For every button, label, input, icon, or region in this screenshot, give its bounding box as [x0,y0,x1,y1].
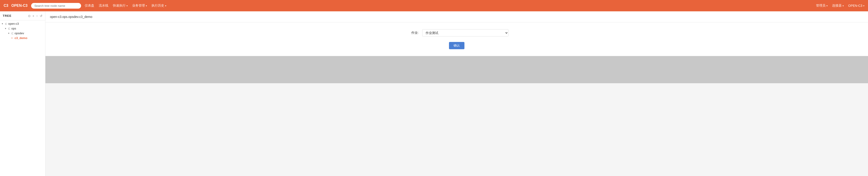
sidebar-header: TREE ⊙ + − ↺ [0,11,45,21]
chevron-down-icon: ▾ [165,4,166,7]
content-panel: open-c3.ops.opsdev.c3_demo 作业: 作业测试 确认 [45,11,868,56]
sidebar: TREE ⊙ + − ↺ ▾ ⊏ open-c3 ▾ ⊏ ops [0,11,45,176]
nav-biz-mgmt[interactable]: 业务管理 ▾ [132,4,147,8]
logo-icon: C3 [4,3,10,8]
sidebar-actions: ⊙ + − ↺ [28,14,42,18]
gray-area [45,56,868,83]
folder-open-icon: ⊏ [5,22,7,25]
chevron-down-icon: ▾ [863,4,864,7]
tree-toggle-icon: ▾ [5,27,8,30]
locate-button[interactable]: ⊙ [28,14,31,18]
chevron-down-icon: ▾ [126,4,128,7]
form-actions: 确认 [50,42,864,49]
tree-node-open-c3[interactable]: ▾ ⊏ open-c3 [0,21,45,26]
job-select[interactable]: 作业测试 [422,29,508,37]
content-breadcrumb: open-c3.ops.opsdev.c3_demo [45,11,868,23]
chevron-down-icon: ▾ [146,4,147,7]
add-button[interactable]: + [32,14,34,18]
tree-node-opsdev[interactable]: ▾ ⊏ opsdev [0,31,45,36]
tree-node-ops[interactable]: ▾ ⊏ ops [0,26,45,31]
main-content: open-c3.ops.opsdev.c3_demo 作业: 作业测试 确认 [45,11,868,176]
tree-toggle-icon: ≡ [11,37,14,39]
chevron-down-icon: ▾ [827,4,828,7]
nav-pipeline[interactable]: 流水线 [99,4,108,8]
svg-text:C3: C3 [4,4,8,7]
confirm-button[interactable]: 确认 [449,42,464,49]
tree-container: ▾ ⊏ open-c3 ▾ ⊏ ops ▾ ⊏ opsdev ≡ c3_demo [0,21,45,41]
nav-quick-exec[interactable]: 快速执行 ▾ [113,4,128,8]
nav-exec-history[interactable]: 执行历史 ▾ [152,4,166,8]
content-body: 作业: 作业测试 确认 [45,23,868,56]
remove-button[interactable]: − [36,14,38,18]
admin-menu[interactable]: 管理员 ▾ [816,4,828,8]
tree-node-c3demo[interactable]: ≡ c3_demo [0,36,45,40]
search-input[interactable] [31,3,81,9]
form-row-job: 作业: 作业测试 [50,29,864,37]
app-header: C3 OPEN-C3 仪表盘 流水线 快速执行 ▾ 业务管理 ▾ 执行历史 ▾ … [0,0,868,11]
app-layout: TREE ⊙ + − ↺ ▾ ⊏ open-c3 ▾ ⊏ ops [0,11,868,176]
logo-text: OPEN-C3 [11,4,28,8]
sidebar-title: TREE [3,14,26,17]
folder-open-icon: ⊏ [11,32,13,35]
header-right: 管理员 ▾ 连接器 ▾ OPEN-C3 ▾ [816,4,864,8]
open-c3-menu[interactable]: OPEN-C3 ▾ [848,4,864,7]
main-nav: 仪表盘 流水线 快速执行 ▾ 业务管理 ▾ 执行历史 ▾ [85,4,812,8]
refresh-button[interactable]: ↺ [40,14,42,18]
logo: C3 OPEN-C3 [4,3,28,8]
chevron-down-icon: ▾ [843,4,844,7]
folder-open-icon: ⊏ [8,27,10,30]
connector-menu[interactable]: 连接器 ▾ [832,4,844,8]
tree-toggle-icon: ▾ [2,23,5,25]
job-label: 作业: [405,31,418,35]
tree-toggle-icon: ▾ [8,32,11,34]
nav-dashboard[interactable]: 仪表盘 [85,4,94,8]
